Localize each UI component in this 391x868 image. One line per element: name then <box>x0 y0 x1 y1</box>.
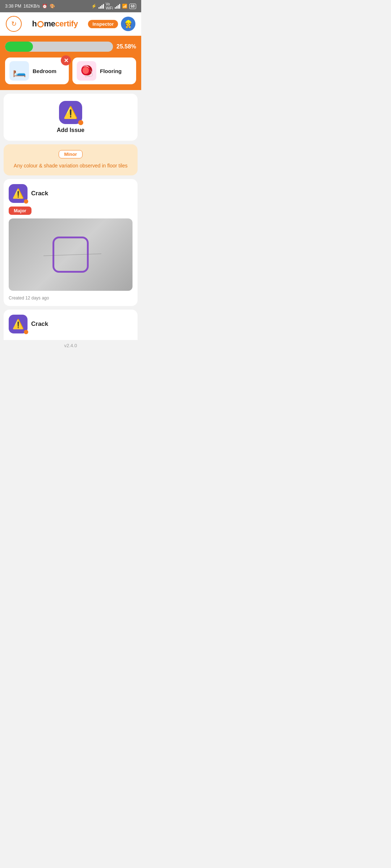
minor-issue-text: Any colour & shade variation observed in… <box>14 162 127 170</box>
close-bedroom-button[interactable]: ✕ <box>61 55 71 65</box>
photos-icon: 🎨 <box>50 4 55 9</box>
category-bedroom[interactable]: 🛏️ Bedroom ✕ <box>5 58 69 84</box>
category-flooring[interactable]: 🪀 Flooring <box>72 58 136 84</box>
issue-image-inner-1 <box>9 218 133 291</box>
app-logo: hmecertify <box>32 19 78 29</box>
issue-title-1: Crack <box>31 190 48 197</box>
minor-issue-card: Minor Any colour & shade variation obser… <box>4 144 138 175</box>
refresh-icon: ↻ <box>11 20 17 28</box>
time: 3:38 PM <box>5 4 21 9</box>
orange-section: 25.58% 🛏️ Bedroom ✕ 🪀 Flooring <box>0 36 141 90</box>
issue-card-2[interactable]: ⚠️ Crack <box>4 310 138 340</box>
inspector-badge: Inspector 👷 <box>88 17 135 31</box>
category-row: 🛏️ Bedroom ✕ 🪀 Flooring <box>5 58 136 84</box>
crack-line <box>43 254 101 256</box>
battery-icon: 68 <box>129 4 136 9</box>
status-bar: 3:38 PM 162KB/s ⏰ 🎨 ⚡ VoWiFi 📶 68 <box>0 0 141 12</box>
signal-bars <box>98 4 104 9</box>
logo-home: h <box>32 19 37 28</box>
issue-title-2: Crack <box>31 320 48 328</box>
progress-bar-fill <box>5 42 33 52</box>
major-badge: Major <box>9 207 31 215</box>
logo-me: me <box>44 19 55 28</box>
progress-percent: 25.58% <box>117 43 136 50</box>
add-issue-icon: ⚠️ <box>59 101 82 124</box>
issue-image-1 <box>9 218 133 291</box>
flooring-icon: 🪀 <box>77 61 96 81</box>
bedroom-label: Bedroom <box>33 68 56 74</box>
status-left: 3:38 PM 162KB/s ⏰ 🎨 <box>5 4 55 9</box>
refresh-button[interactable]: ↻ <box>6 16 22 32</box>
add-issue-card[interactable]: ⚠️ Add Issue <box>4 94 138 141</box>
add-issue-label: Add Issue <box>57 127 84 133</box>
version-label: v2.4.0 <box>64 343 77 348</box>
crack-annotation <box>52 237 89 273</box>
issue-header-1: ⚠️ Crack <box>9 184 133 203</box>
avatar[interactable]: 👷 <box>121 17 135 31</box>
wifi-signal-bars <box>115 4 120 9</box>
issue-icon-2: ⚠️ <box>9 315 28 333</box>
vo-wifi-label: VoWiFi <box>106 2 113 10</box>
data-speed: 162KB/s <box>24 4 40 9</box>
issue-card-1[interactable]: ⚠️ Crack Major Created 12 days ago <box>4 179 138 306</box>
flooring-label: Flooring <box>100 68 122 74</box>
minor-badge: Minor <box>59 150 82 158</box>
progress-row: 25.58% <box>5 42 136 52</box>
issue-header-2: ⚠️ Crack <box>9 315 133 333</box>
inspector-label: Inspector <box>88 20 118 28</box>
logo-certify: certify <box>55 19 78 28</box>
app-header: ↻ hmecertify Inspector 👷 <box>0 12 141 36</box>
issue-timestamp-1: Created 12 days ago <box>9 295 49 301</box>
logo-o <box>37 21 44 27</box>
bluetooth-icon: ⚡ <box>91 4 97 9</box>
bedroom-icon: 🛏️ <box>9 61 29 81</box>
alarm-icon: ⏰ <box>42 4 47 9</box>
app-footer: v2.4.0 <box>0 340 141 351</box>
progress-bar-background <box>5 42 113 52</box>
issue-icon-1: ⚠️ <box>9 184 28 203</box>
status-right: ⚡ VoWiFi 📶 68 <box>91 2 136 10</box>
wifi-icon: 📶 <box>122 4 127 9</box>
